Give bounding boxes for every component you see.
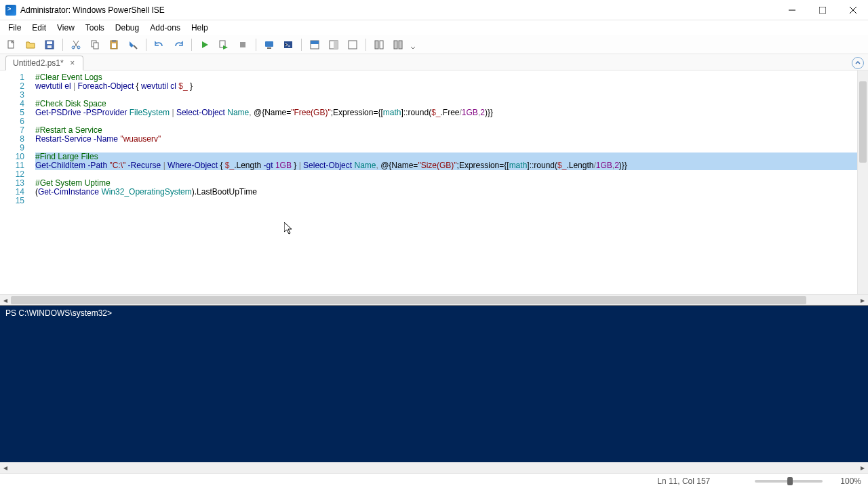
tab-label: Untitled2.ps1*: [13, 58, 64, 68]
clear-button[interactable]: [124, 37, 142, 53]
open-file-button[interactable]: [22, 37, 39, 53]
toolbar-overflow-button[interactable]: [408, 37, 418, 53]
close-tab-icon[interactable]: ×: [68, 58, 77, 68]
copy-button[interactable]: [86, 37, 104, 53]
cursor-position: Ln 11, Col 157: [657, 476, 710, 486]
toolbar-sep: [366, 39, 366, 51]
run-script-button[interactable]: [196, 37, 214, 53]
toolbar-sep: [146, 39, 146, 51]
new-file-button[interactable]: [3, 37, 20, 53]
svg-rect-14: [265, 41, 273, 47]
code-line[interactable]: Get-PSDrive -PSProvider FileSystem | Sel…: [35, 108, 857, 117]
svg-rect-20: [334, 41, 338, 49]
svg-rect-15: [267, 47, 271, 49]
code-line[interactable]: Get-ChildItem -Path "C:\" -Recurse | Whe…: [35, 161, 857, 170]
svg-rect-11: [112, 43, 116, 48]
code-line[interactable]: [35, 144, 857, 152]
menu-debug[interactable]: Debug: [110, 22, 144, 34]
start-powershell-button[interactable]: [279, 37, 297, 53]
zoom-slider[interactable]: [755, 480, 823, 483]
menu-tools[interactable]: Tools: [80, 22, 110, 34]
stop-button[interactable]: [234, 37, 252, 53]
svg-rect-8: [94, 43, 98, 49]
editor-vertical-scrollbar[interactable]: [857, 70, 868, 294]
undo-button[interactable]: [151, 37, 168, 53]
svg-rect-18: [311, 41, 319, 44]
line-number: 15: [0, 197, 24, 205]
svg-rect-0: [819, 7, 826, 14]
svg-rect-23: [380, 41, 383, 49]
menu-file[interactable]: File: [3, 22, 26, 34]
toolbar-sep: [191, 39, 192, 51]
svg-rect-22: [375, 41, 378, 49]
scroll-right-icon[interactable]: ▸: [857, 462, 868, 473]
new-remote-button[interactable]: [260, 37, 278, 53]
show-script-right-button[interactable]: [325, 37, 342, 53]
svg-rect-3: [47, 41, 52, 44]
scroll-left-icon[interactable]: ◂: [0, 295, 11, 306]
svg-rect-21: [349, 41, 357, 49]
svg-rect-10: [112, 40, 116, 42]
svg-rect-16: [284, 41, 292, 48]
code-line[interactable]: [35, 117, 857, 126]
maximize-button[interactable]: [807, 0, 837, 20]
line-number-gutter: 123456789101112131415: [0, 70, 30, 294]
editor-horizontal-scrollbar[interactable]: ◂ ▸: [0, 294, 868, 305]
tab-strip: Untitled2.ps1* ×: [0, 54, 868, 70]
svg-rect-25: [399, 41, 402, 49]
code-line[interactable]: [35, 91, 857, 100]
menu-edit[interactable]: Edit: [26, 22, 52, 34]
show-script-max-button[interactable]: [344, 37, 361, 53]
zoom-level: 100%: [840, 476, 861, 486]
console-pane[interactable]: PS C:\WINDOWS\system32>: [0, 305, 868, 462]
menu-view[interactable]: View: [52, 22, 80, 34]
code-line[interactable]: [35, 170, 857, 179]
redo-button[interactable]: [170, 37, 187, 53]
collapse-script-pane-button[interactable]: [852, 57, 864, 69]
menu-help[interactable]: Help: [186, 22, 214, 34]
scroll-right-icon[interactable]: ▸: [857, 295, 868, 306]
svg-rect-13: [240, 42, 245, 47]
svg-rect-4: [47, 45, 52, 48]
menu-addons[interactable]: Add-ons: [144, 22, 186, 34]
code-area[interactable]: #Clear Event Logswevtutil el | Foreach-O…: [30, 70, 857, 294]
title-bar: Administrator: Windows PowerShell ISE: [0, 0, 868, 20]
code-line[interactable]: (Get-CimInstance Win32_OperatingSystem).…: [35, 188, 857, 197]
close-button[interactable]: [837, 0, 868, 20]
status-bar: Ln 11, Col 157 100%: [0, 473, 868, 488]
scroll-left-icon[interactable]: ◂: [0, 462, 11, 473]
show-command-addon-button[interactable]: [389, 37, 407, 53]
show-script-top-button[interactable]: [306, 37, 323, 53]
toolbar-sep: [256, 39, 256, 51]
cut-button[interactable]: [67, 37, 85, 53]
run-selection-button[interactable]: [215, 37, 233, 53]
app-icon: [5, 5, 16, 16]
save-file-button[interactable]: [41, 37, 58, 53]
menu-bar: File Edit View Tools Debug Add-ons Help: [0, 20, 868, 35]
show-command-button[interactable]: [370, 37, 388, 53]
script-editor[interactable]: 123456789101112131415 #Clear Event Logsw…: [0, 70, 868, 294]
paste-button[interactable]: [105, 37, 123, 53]
window-title: Administrator: Windows PowerShell ISE: [20, 5, 776, 15]
svg-rect-24: [394, 41, 397, 49]
code-line[interactable]: [35, 197, 857, 205]
toolbar-sep: [301, 39, 302, 51]
console-horizontal-scrollbar[interactable]: ◂ ▸: [0, 462, 868, 473]
toolbar: [0, 35, 868, 54]
code-line[interactable]: Restart-Service -Name "wuauserv": [35, 135, 857, 144]
toolbar-sep: [62, 39, 63, 51]
code-line[interactable]: wevtutil el | Foreach-Object { wevtutil …: [35, 82, 857, 91]
console-prompt: PS C:\WINDOWS\system32>: [5, 308, 112, 318]
tab-untitled2[interactable]: Untitled2.ps1* ×: [5, 56, 83, 70]
minimize-button[interactable]: [776, 0, 807, 20]
